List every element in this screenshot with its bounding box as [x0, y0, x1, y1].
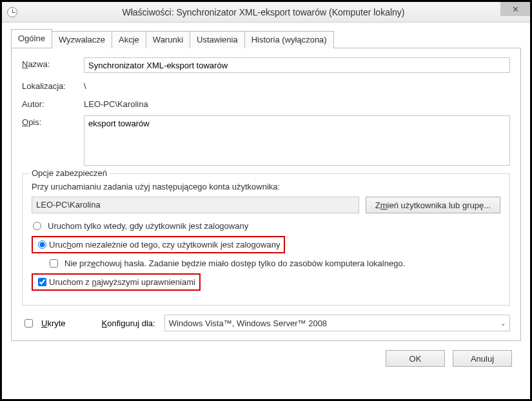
- clock-icon: [7, 7, 17, 17]
- checkbox-hidden[interactable]: [25, 319, 33, 328]
- author-label: Autor:: [22, 97, 84, 109]
- radio-run-any-label: Uruchom niezależnie od tego, czy użytkow…: [49, 240, 280, 249]
- highlight-run-any: Uruchom niezależnie od tego, czy użytkow…: [32, 236, 285, 253]
- cancel-button[interactable]: Anuluj: [453, 350, 512, 367]
- author-value: LEO-PC\Karolina: [84, 97, 148, 109]
- titlebar: Właściwości: Synchronizator XML-eksport …: [2, 2, 530, 23]
- tab-triggers[interactable]: Wyzwalacze: [52, 31, 112, 48]
- checkbox-hidden-label: Ukryte: [41, 318, 66, 328]
- ok-button[interactable]: OK: [386, 350, 445, 367]
- account-display: LEO-PC\Karolina: [32, 197, 359, 213]
- tab-conditions[interactable]: Warunki: [146, 31, 190, 48]
- radio-run-logged-on[interactable]: [33, 222, 41, 230]
- change-user-button[interactable]: Zmień użytkownika lub grupę...: [366, 197, 500, 213]
- configure-for-dropdown[interactable]: Windows Vista™, Windows Server™ 2008 ⌄: [164, 315, 510, 331]
- tab-body-general: Nazwa: Lokalizacja: \ Autor: LEO-PC\Karo…: [11, 48, 521, 341]
- checkbox-no-store-password[interactable]: [50, 259, 58, 268]
- highlight-highest-priv: Uruchom z najwyższymi uprawnieniami: [32, 273, 201, 291]
- description-label: Opis:: [22, 115, 84, 127]
- location-label: Lokalizacja:: [22, 79, 84, 91]
- description-input[interactable]: eksport towarów: [84, 115, 510, 166]
- configure-for-value: Windows Vista™, Windows Server™ 2008: [169, 318, 327, 328]
- tab-actions[interactable]: Akcje: [112, 31, 146, 48]
- location-value: \: [84, 79, 86, 91]
- checkbox-no-store-password-label: Nie przechowuj hasła. Zadanie będzie mia…: [64, 259, 405, 268]
- tab-strip: Ogólne Wyzwalacze Akcje Warunki Ustawien…: [11, 29, 521, 48]
- checkbox-highest-privileges[interactable]: [38, 278, 46, 286]
- name-label: Nazwa:: [22, 57, 84, 69]
- radio-run-any[interactable]: [38, 240, 46, 249]
- tab-settings[interactable]: Ustawienia: [190, 31, 245, 48]
- chevron-down-icon: ⌄: [500, 320, 506, 327]
- close-icon: ✕: [512, 5, 519, 14]
- configure-for-label: Konfiguruj dla:: [102, 318, 155, 328]
- close-button[interactable]: ✕: [500, 2, 530, 16]
- name-input[interactable]: [84, 57, 510, 73]
- security-options-group: Opcje zabezpieczeń Przy uruchamianiu zad…: [22, 173, 510, 306]
- tab-history[interactable]: Historia (wyłączona): [244, 31, 334, 48]
- security-prompt: Przy uruchamianiu zadania użyj następują…: [32, 182, 500, 191]
- security-legend: Opcje zabezpieczeń: [29, 168, 110, 178]
- tab-general[interactable]: Ogólne: [11, 29, 52, 48]
- window-title: Właściwości: Synchronizator XML-eksport …: [23, 7, 530, 17]
- radio-run-logged-on-label: Uruchom tylko wtedy, gdy użytkownik jest…: [48, 221, 248, 231]
- checkbox-highest-privileges-label: Uruchom z najwyższymi uprawnieniami: [49, 277, 195, 287]
